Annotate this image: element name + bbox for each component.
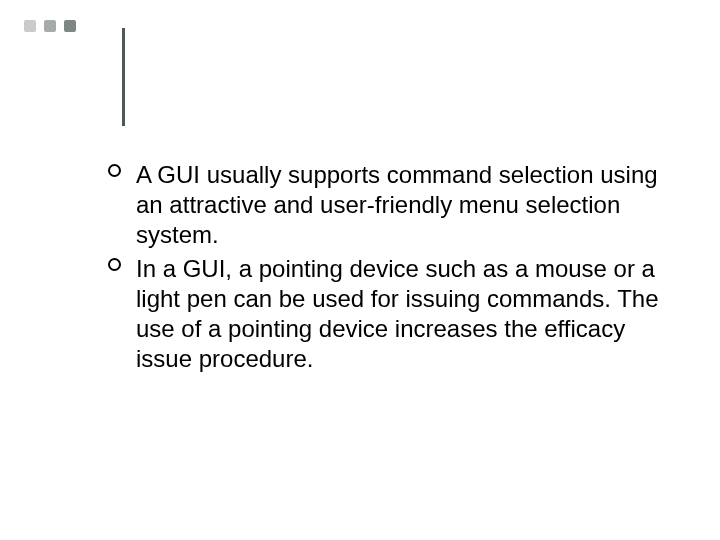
dot-2 [44,20,56,32]
slide: A GUI usually supports command selection… [0,0,720,540]
dot-3 [64,20,76,32]
header-decor [24,20,88,32]
content-area: A GUI usually supports command selection… [108,160,660,378]
bullet-text: In a GUI, a pointing device such as a mo… [136,255,659,372]
vertical-line [122,28,125,126]
bullet-marker-icon [108,164,121,177]
bullet-marker-icon [108,258,121,271]
list-item: In a GUI, a pointing device such as a mo… [108,254,660,374]
bullet-text: A GUI usually supports command selection… [136,161,658,248]
bullet-list: A GUI usually supports command selection… [108,160,660,374]
dot-1 [24,20,36,32]
dot-row [24,20,76,32]
list-item: A GUI usually supports command selection… [108,160,660,250]
